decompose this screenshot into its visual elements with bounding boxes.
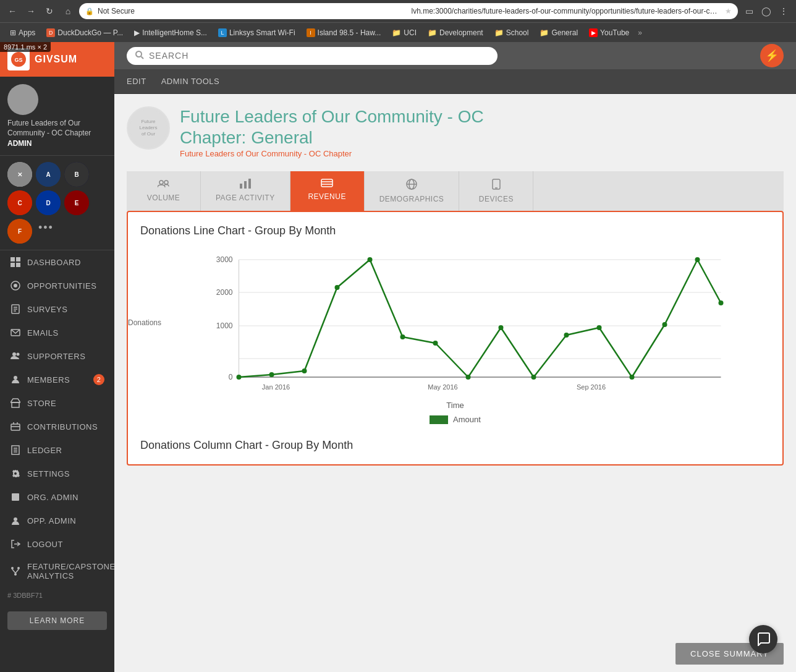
search-icon xyxy=(135,51,144,61)
org-avatar-5[interactable]: D xyxy=(36,190,61,215)
svg-text:Future: Future xyxy=(141,119,156,124)
nav-label: STORE xyxy=(27,399,56,408)
y-axis-label: Donations xyxy=(128,318,161,327)
svg-point-81 xyxy=(237,375,242,380)
tab-demographics[interactable]: DEMOGRAPHICS xyxy=(365,171,460,211)
bookmark-intelligenthome[interactable]: ▶ IntelligentHome S... xyxy=(129,27,212,38)
org-avatar-1[interactable]: ✕ xyxy=(7,162,32,187)
home-button[interactable]: ⌂ xyxy=(61,4,75,19)
forward-button[interactable]: → xyxy=(23,4,38,19)
svg-rect-60 xyxy=(321,179,332,187)
svg-rect-16 xyxy=(11,257,15,262)
bookmark-uci[interactable]: 📁 UCI xyxy=(387,27,421,38)
org-thumbnail xyxy=(7,84,38,115)
browser-action-buttons: ▭ ◯ ⋮ xyxy=(742,4,791,19)
bookmark-school[interactable]: 📁 School xyxy=(489,27,534,38)
tab-revenue[interactable]: REVENUE xyxy=(290,171,365,211)
admin-tools-button[interactable]: ADMIN TOOLS xyxy=(161,74,220,88)
bookmark-development[interactable]: 📁 Development xyxy=(423,27,488,38)
org-avatar-7[interactable]: F xyxy=(7,219,32,244)
more-orgs-button[interactable]: ••• xyxy=(36,219,56,244)
opportunities-icon xyxy=(10,280,21,291)
admin-toolbar: EDIT ADMIN TOOLS xyxy=(114,69,796,94)
chat-fab[interactable] xyxy=(749,625,777,653)
nav-members[interactable]: MEMBERS 2 xyxy=(0,368,114,391)
org-admin-icon xyxy=(10,491,21,503)
bookmark-general[interactable]: 📁 General xyxy=(535,27,583,38)
extensions-button[interactable]: ▭ xyxy=(742,4,756,19)
learn-more-button[interactable]: LEARN MORE xyxy=(7,611,107,630)
bookmark-apps[interactable]: ⊞ Apps xyxy=(5,27,40,38)
svg-point-49 xyxy=(136,51,142,57)
title-line1: Future Leaders of Our Community - OC xyxy=(180,107,484,126)
org-avatar-4[interactable]: C xyxy=(7,190,32,215)
org-card[interactable]: Future Leaders of Our Community - OC Cha… xyxy=(0,77,114,156)
nav-store[interactable]: STORE xyxy=(0,391,114,415)
column-chart-title: Donations Column Chart - Group By Month xyxy=(140,439,770,452)
org-avatar-3[interactable]: B xyxy=(64,162,89,187)
tab-page-activity[interactable]: PAGE ACTIVITY xyxy=(201,171,290,211)
menu-button[interactable]: ⋮ xyxy=(776,4,791,19)
profile-button[interactable]: ◯ xyxy=(759,4,774,19)
bookmark-island[interactable]: I Island 98.5 - Haw... xyxy=(302,27,386,38)
branch-hash: # 3DBBF71 xyxy=(0,587,114,604)
volume-icon xyxy=(158,179,170,191)
island-favicon: I xyxy=(307,28,315,37)
nav-ledger[interactable]: LEDGER xyxy=(0,438,114,462)
svg-point-94 xyxy=(663,322,667,327)
svg-rect-58 xyxy=(244,181,247,189)
svg-text:B: B xyxy=(74,171,78,178)
tab-label: VOLUME xyxy=(147,194,180,202)
nav-label: LOGOUT xyxy=(27,540,63,549)
nav-org-admin[interactable]: ORG. ADMIN xyxy=(0,485,114,509)
address-bar[interactable]: 🔒 Not Secure lvh.me:3000/charities/futur… xyxy=(79,3,738,19)
bookmark-label: Island 98.5 - Haw... xyxy=(318,28,381,37)
bookmark-star-icon[interactable]: ★ xyxy=(725,7,732,15)
page-activity-icon xyxy=(240,179,251,191)
search-input[interactable] xyxy=(149,51,489,61)
org-avatar-2[interactable]: A xyxy=(36,162,61,187)
search-bar[interactable] xyxy=(127,47,498,65)
svg-rect-17 xyxy=(16,257,20,262)
svg-rect-32 xyxy=(11,424,20,430)
nav-supporters[interactable]: SUPPORTERS xyxy=(0,344,114,368)
tab-devices[interactable]: DEVICES xyxy=(459,171,533,211)
tab-volume[interactable]: VOLUME xyxy=(127,171,201,211)
svg-text:GS: GS xyxy=(14,57,22,63)
bookmark-duckduckgo[interactable]: D DuckDuckGo — P... xyxy=(41,27,128,38)
folder-icon: 📁 xyxy=(494,28,504,37)
back-button[interactable]: ← xyxy=(5,4,20,19)
nav-dashboard[interactable]: DASHBOARD xyxy=(0,250,114,274)
svg-point-89 xyxy=(499,325,504,330)
main-content: ⚡ EDIT ADMIN TOOLS Future Leaders of Our xyxy=(114,42,796,672)
nav-settings[interactable]: SETTINGS xyxy=(0,462,114,485)
lightning-button[interactable]: ⚡ xyxy=(760,44,784,67)
bookmark-linksys[interactable]: L Linksys Smart Wi-Fi xyxy=(213,27,300,38)
svg-line-50 xyxy=(142,56,144,59)
svg-point-45 xyxy=(14,573,17,576)
reload-button[interactable]: ↻ xyxy=(42,4,57,19)
org-link[interactable]: Future Leaders of Our Community - OC Cha… xyxy=(180,149,352,158)
page-titles: Future Leaders of Our Community - OC Cha… xyxy=(180,106,484,159)
bookmark-youtube[interactable]: ▶ YouTube xyxy=(584,27,634,38)
org-avatar-6[interactable]: E xyxy=(64,190,89,215)
nav-label: SUPPORTERS xyxy=(27,352,85,361)
edit-button[interactable]: EDIT xyxy=(127,74,146,88)
svg-text:May 2016: May 2016 xyxy=(428,383,457,391)
bookmark-label: Apps xyxy=(19,28,35,37)
nav-contributions[interactable]: CONTRIBUTIONS xyxy=(0,415,114,438)
top-nav-right: ⚡ xyxy=(760,44,784,67)
svg-point-21 xyxy=(14,284,17,287)
svg-text:1000: 1000 xyxy=(216,321,233,330)
nav-opportunities[interactable]: OPPORTUNITIES xyxy=(0,274,114,297)
nav-opp-admin[interactable]: OPP. ADMIN xyxy=(0,509,114,532)
svg-line-47 xyxy=(12,569,15,573)
nav-feature-capstone[interactable]: FEATURE/CAPSTONE-ANALYTICS xyxy=(0,556,114,587)
sidebar: GS GIVSUM Future Leaders of Our Communit… xyxy=(0,42,114,672)
nav-surveys[interactable]: SURVEYS xyxy=(0,297,114,321)
org-avatars-row: ✕ A B C D E F ••• xyxy=(0,156,114,250)
nav-emails[interactable]: EMAILS xyxy=(0,321,114,344)
more-bookmarks[interactable]: » xyxy=(635,27,645,38)
nav-logout[interactable]: LOGOUT xyxy=(0,532,114,556)
bookmark-label: YouTube xyxy=(600,28,629,37)
